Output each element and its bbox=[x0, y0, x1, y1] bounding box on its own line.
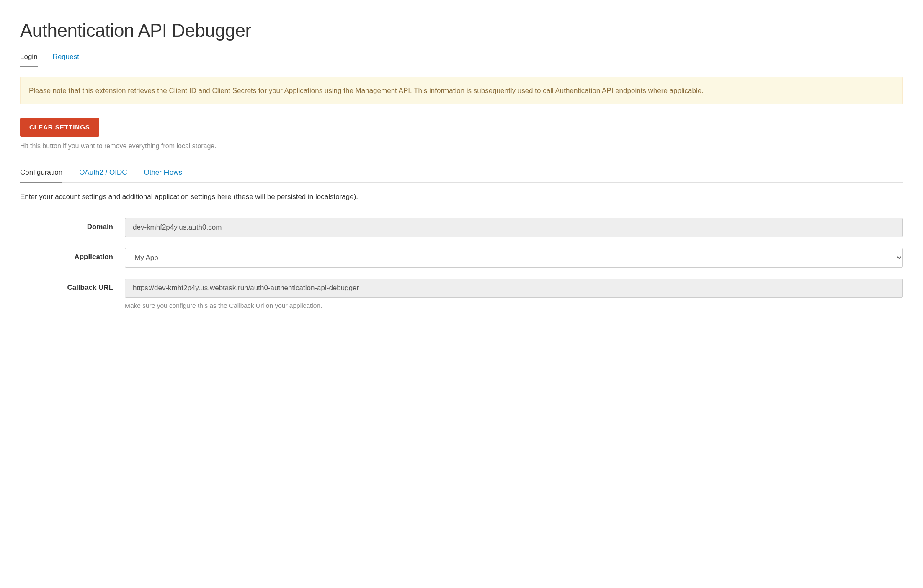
tab-request[interactable]: Request bbox=[53, 53, 79, 67]
form-row-domain: Domain bbox=[20, 218, 903, 237]
alert-warning: Please note that this extension retrieve… bbox=[20, 77, 903, 104]
form-row-application: Application My App bbox=[20, 248, 903, 268]
clear-settings-help: Hit this button if you want to remove ev… bbox=[20, 142, 903, 150]
domain-label: Domain bbox=[20, 218, 125, 231]
page-title: Authentication API Debugger bbox=[20, 20, 903, 41]
domain-input bbox=[125, 218, 903, 237]
clear-settings-button[interactable]: CLEAR SETTINGS bbox=[20, 118, 99, 137]
subtab-other-flows[interactable]: Other Flows bbox=[144, 168, 182, 183]
subtab-configuration[interactable]: Configuration bbox=[20, 168, 62, 183]
callback-url-help: Make sure you configure this as the Call… bbox=[125, 302, 903, 309]
callback-url-input bbox=[125, 279, 903, 298]
application-select[interactable]: My App bbox=[125, 248, 903, 268]
subtab-oauth2-oidc[interactable]: OAuth2 / OIDC bbox=[79, 168, 127, 183]
tab-login[interactable]: Login bbox=[20, 53, 38, 67]
form-row-callback-url: Callback URL Make sure you configure thi… bbox=[20, 279, 903, 309]
section-description: Enter your account settings and addition… bbox=[20, 193, 903, 201]
application-label: Application bbox=[20, 248, 125, 261]
top-tab-bar: Login Request bbox=[20, 53, 903, 67]
callback-url-label: Callback URL bbox=[20, 279, 125, 292]
sub-tab-bar: Configuration OAuth2 / OIDC Other Flows bbox=[20, 168, 903, 183]
